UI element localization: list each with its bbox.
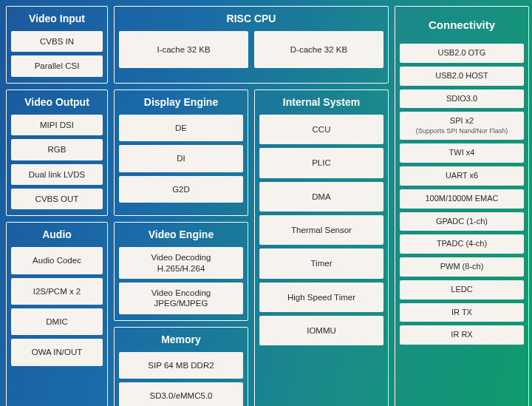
video-input-item: CVBS IN — [11, 31, 103, 52]
memory-item: SD3.0/eMMC5.0 — [119, 382, 243, 406]
memory-title: Memory — [119, 332, 243, 348]
video-output-item: MIPI DSI — [11, 115, 103, 135]
connectivity-item: PWM (8-ch) — [400, 257, 524, 277]
video-output-block: Video Output MIPI DSI RGB Dual link LVDS… — [6, 89, 108, 217]
display-engine-item: DI — [119, 145, 243, 172]
internal-system-title: Internal System — [259, 95, 383, 111]
video-output-item: Dual link LVDS — [11, 164, 103, 185]
connectivity-item: 100M/1000M EMAC — [400, 189, 524, 209]
video-decoding-item: Video DecodingH.265/H.264 — [119, 247, 243, 279]
internal-system-item: High Speed Timer — [259, 282, 383, 312]
connectivity-item: TWI x4 — [400, 143, 524, 163]
video-engine-block: Video Engine Video DecodingH.265/H.264 V… — [114, 222, 248, 321]
video-output-item: RGB — [11, 139, 103, 160]
connectivity-item: UART x6 — [400, 166, 524, 186]
display-engine-block: Display Engine DE DI G2D — [114, 89, 248, 217]
connectivity-item: GPADC (1-ch) — [400, 212, 524, 231]
icache-item: I-cache 32 KB — [119, 31, 248, 68]
video-input-item: Parallel CSI — [11, 55, 103, 76]
audio-item: I2S/PCM x 2 — [11, 278, 103, 305]
connectivity-item: USB2.0 HOST — [400, 67, 524, 86]
video-output-item: CVBS OUT — [11, 189, 103, 209]
internal-system-item: PLIC — [259, 148, 383, 177]
risc-cpu-block: RISC CPU I-cache 32 KB D-cache 32 KB — [114, 6, 389, 84]
audio-block: Audio Audio Codec I2S/PCM x 2 DMIC OWA I… — [6, 222, 108, 406]
memory-item: SIP 64 MB DDR2 — [119, 352, 243, 379]
video-input-title: Video Input — [11, 11, 103, 27]
display-engine-title: Display Engine — [119, 95, 243, 111]
audio-item: Audio Codec — [11, 247, 103, 274]
connectivity-item-spi: SPI x2(Supports SPI Nand/Nor Flash) — [400, 112, 524, 140]
audio-item: OWA IN/OUT — [11, 339, 103, 365]
internal-system-item: Timer — [259, 248, 383, 278]
connectivity-item: USB2.0 OTG — [400, 44, 524, 63]
internal-system-item: DMA — [259, 182, 383, 212]
connectivity-title: Connectivity — [400, 11, 524, 40]
connectivity-item: LEDC — [400, 280, 524, 300]
video-input-block: Video Input CVBS IN Parallel CSI — [6, 6, 108, 84]
connectivity-item: SDIO3.0 — [400, 89, 524, 109]
connectivity-item: IR TX — [400, 303, 524, 322]
internal-system-block: Internal System CCU PLIC DMA Thermal Sen… — [254, 89, 389, 406]
connectivity-block: Connectivity USB2.0 OTG USB2.0 HOST SDIO… — [395, 6, 529, 406]
display-engine-item: G2D — [119, 176, 243, 203]
video-encoding-item: Video EncodingJPEG/MJPEG — [119, 282, 243, 314]
soc-block-diagram: Video Input CVBS IN Parallel CSI RISC CP… — [6, 6, 526, 400]
audio-item: DMIC — [11, 308, 103, 335]
internal-system-item: IOMMU — [259, 316, 383, 345]
risc-cpu-title: RISC CPU — [119, 11, 383, 27]
connectivity-item: IR RX — [400, 325, 524, 345]
connectivity-item: TPADC (4-ch) — [400, 234, 524, 254]
memory-block: Memory SIP 64 MB DDR2 SD3.0/eMMC5.0 — [114, 327, 248, 406]
internal-system-item: Thermal Sensor — [259, 215, 383, 245]
audio-title: Audio — [11, 227, 103, 243]
internal-system-item: CCU — [259, 115, 383, 144]
dcache-item: D-cache 32 KB — [254, 31, 383, 68]
video-output-title: Video Output — [11, 95, 103, 111]
display-engine-item: DE — [119, 115, 243, 141]
video-engine-title: Video Engine — [119, 227, 243, 243]
